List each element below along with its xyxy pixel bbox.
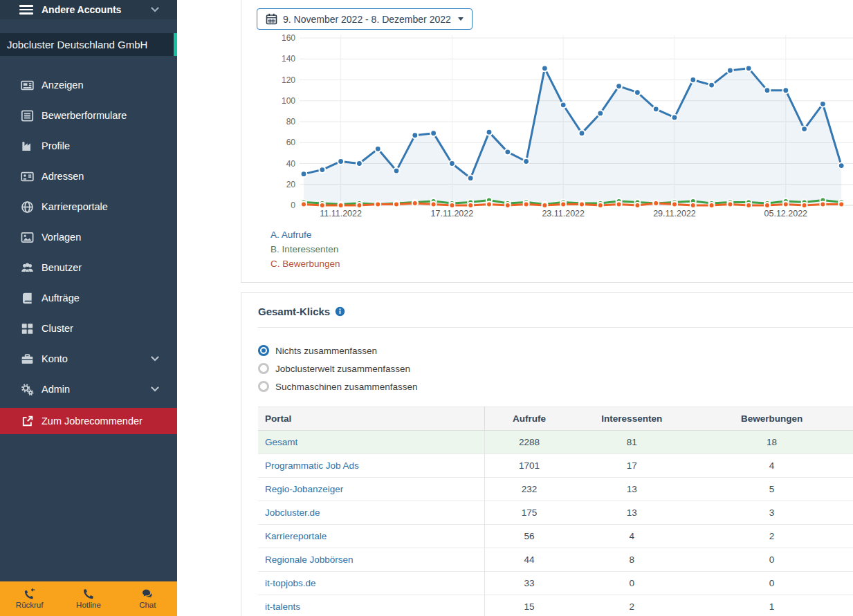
sidebar-item-adressen[interactable]: Adressen [0, 161, 177, 192]
table-cell: 4 [574, 525, 690, 548]
table-cell: 3 [690, 501, 853, 525]
industry-icon [21, 140, 34, 152]
column-header-aufrufe: Aufrufe [484, 407, 574, 431]
chevron-down-icon [151, 386, 159, 392]
table-cell: 1701 [484, 454, 574, 478]
table-cell: 0 [574, 572, 690, 595]
chevron-down-icon [151, 7, 159, 12]
table-cell: 2 [690, 525, 853, 548]
section-title: Gesamt-Klicks [258, 306, 330, 317]
traffic-line-chart: 02040608010012014016011.11.202217.11.202… [241, 32, 853, 222]
radio-nichts-zusammenfassen[interactable]: Nichts zusammenfassen [258, 342, 853, 360]
column-header-portal: Portal [258, 407, 484, 431]
sidebar-spacer [0, 19, 177, 33]
sidebar-item-profile[interactable]: Profile [0, 131, 177, 161]
table-row: it-talents1521 [258, 595, 853, 616]
table-cell: 8 [574, 548, 690, 572]
active-account[interactable]: Jobcluster Deutschland GmbH [0, 33, 177, 56]
table-cell: 1 [690, 595, 853, 616]
svg-text:100: 100 [282, 96, 295, 106]
portal-link[interactable]: Programmatic Job Ads [265, 460, 359, 471]
contact-label: Chat [139, 601, 156, 609]
sidebar-item-label: Benutzer [42, 262, 159, 273]
sidebar-menu: Anzeigen Bewerberformulare Profile Adres… [0, 70, 177, 434]
legend-item-bewerbungen[interactable]: C. Bewerbungen [270, 256, 853, 271]
table-cell: 81 [574, 431, 690, 454]
svg-text:20: 20 [286, 180, 296, 189]
svg-text:120: 120 [282, 75, 295, 85]
table-cell: 5 [690, 478, 853, 501]
sidebar-item-admin[interactable]: Admin [0, 374, 177, 404]
info-icon[interactable] [335, 306, 345, 317]
sidebar-item-label: Profile [42, 140, 159, 151]
radio-button[interactable] [258, 345, 269, 356]
svg-text:80: 80 [286, 117, 296, 127]
portal-link[interactable]: Karriereportale [265, 531, 327, 541]
rueckruf-button[interactable]: Rückruf [0, 581, 59, 616]
date-range-label: 9. November 2022 - 8. Dezember 2022 [283, 14, 451, 25]
chat-button[interactable]: Chat [118, 581, 177, 616]
newspaper-icon [21, 80, 34, 91]
sidebar-item-auftraege[interactable]: Aufträge [0, 283, 177, 313]
portal-link[interactable]: it-topjobs.de [265, 578, 316, 588]
contact-bar: Rückruf Hotline Chat [0, 581, 177, 616]
svg-text:17.11.2022: 17.11.2022 [431, 209, 474, 218]
date-range-picker[interactable]: 9. November 2022 - 8. Dezember 2022 [257, 8, 473, 30]
sidebar-item-label: Admin [42, 384, 151, 395]
hotline-button[interactable]: Hotline [59, 581, 118, 616]
table-row: Regionale Jobbörsen4480 [258, 548, 853, 572]
legend-item-interessenten[interactable]: B. Interessenten [270, 242, 853, 256]
sidebar-item-jobrecommender[interactable]: Zum Jobrecommender [0, 408, 177, 434]
sidebar-item-bewerberformulare[interactable]: Bewerberformulare [0, 100, 177, 131]
svg-text:60: 60 [286, 138, 296, 147]
portal-link[interactable]: it-talents [265, 601, 300, 612]
radio-button[interactable] [258, 381, 269, 392]
table-cell: 4 [690, 454, 853, 478]
radio-button[interactable] [258, 363, 269, 374]
sidebar-item-label: Aufträge [42, 292, 159, 304]
sidebar-item-karriereportale[interactable]: Karriereportale [0, 192, 177, 222]
book-icon [21, 292, 34, 304]
sidebar-item-label: Zum Jobrecommender [42, 416, 159, 427]
hamburger-icon[interactable] [19, 5, 33, 15]
legend-item-aufrufe[interactable]: A. Aufrufe [270, 227, 853, 242]
svg-text:11.11.2022: 11.11.2022 [320, 209, 362, 218]
portal-link[interactable]: Regionale Jobbörsen [265, 554, 354, 565]
svg-text:160: 160 [282, 33, 295, 43]
image-icon [21, 232, 34, 243]
table-cell: 232 [484, 478, 574, 501]
table-cell: 2288 [484, 431, 574, 454]
column-header-interessenten: Interessenten [574, 407, 690, 431]
column-header-bewerbungen: Bewerbungen [690, 407, 853, 431]
caret-down-icon [458, 17, 464, 21]
sidebar-item-konto[interactable]: Konto [0, 344, 177, 374]
table-cell: 0 [690, 548, 853, 572]
table-cell: 15 [484, 595, 574, 616]
svg-text:140: 140 [282, 54, 295, 64]
grid-icon [21, 323, 34, 335]
table-row: Karriereportale5642 [258, 525, 853, 548]
external-link-icon [21, 416, 34, 427]
radio-suchmaschinen-zusammenfassen[interactable]: Suchmaschinen zusammenfassen [258, 377, 853, 395]
portal-link[interactable]: Regio-Jobanzeiger [265, 484, 343, 494]
sidebar-item-cluster[interactable]: Cluster [0, 313, 177, 344]
address-card-icon [21, 171, 34, 183]
portal-link[interactable]: Jobcluster.de [265, 507, 320, 518]
sidebar-item-vorlagen[interactable]: Vorlagen [0, 222, 177, 252]
table-cell: 2 [574, 595, 690, 616]
sidebar-item-label: Bewerberformulare [42, 110, 159, 121]
sidebar-item-anzeigen[interactable]: Anzeigen [0, 70, 177, 100]
table-cell: 18 [690, 431, 853, 454]
active-account-label: Jobcluster Deutschland GmbH [7, 39, 147, 50]
sidebar-item-benutzer[interactable]: Benutzer [0, 252, 177, 283]
table-cell: 17 [574, 454, 690, 478]
phone-callback-icon [24, 588, 36, 599]
phone-icon [82, 588, 95, 599]
portal-link[interactable]: Gesamt [265, 437, 297, 447]
section-title-row: Gesamt-Klicks [258, 306, 853, 317]
main-content: 9. November 2022 - 8. Dezember 2022 0204… [177, 0, 853, 616]
users-icon [21, 262, 34, 274]
account-switcher-label: Andere Accounts [42, 4, 151, 15]
account-switcher[interactable]: Andere Accounts [0, 0, 177, 19]
radio-jobclusterwelt-zusammenfassen[interactable]: Jobclusterwelt zusammenfassen [258, 360, 853, 377]
